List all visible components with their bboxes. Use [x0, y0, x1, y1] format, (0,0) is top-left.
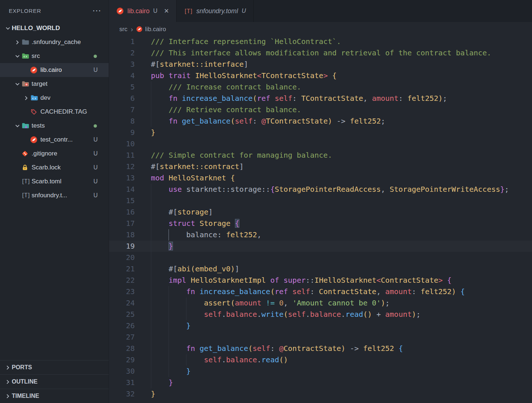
tree-item-lib-cairo[interactable]: lib.cairoU	[0, 63, 109, 77]
code-line[interactable]: 12#[starknet::contract]	[109, 161, 532, 172]
code-line[interactable]: 10	[109, 138, 532, 150]
close-icon[interactable]: ×	[164, 7, 169, 15]
line-number[interactable]: 17	[109, 218, 135, 229]
code-line-content: fn increase_balance(ref self: ContractSt…	[151, 286, 465, 297]
breadcrumb-folder[interactable]: src	[119, 26, 127, 33]
line-number[interactable]: 3	[109, 59, 135, 70]
line-number[interactable]: 4	[109, 70, 135, 81]
code-line[interactable]: 22 impl HelloStarknetImpl of super::IHel…	[109, 275, 532, 286]
code-line[interactable]: 31 }	[109, 377, 532, 388]
code-line[interactable]: 21 #[abi(embed_v0)]	[109, 263, 532, 275]
line-number[interactable]: 32	[109, 388, 135, 400]
explorer-header: EXPLORER ⋯	[0, 0, 109, 21]
line-number[interactable]: 15	[109, 195, 135, 206]
code-line[interactable]: 28 fn get_balance(self: @ContractState) …	[109, 343, 532, 354]
line-number[interactable]: 21	[109, 263, 135, 275]
line-number[interactable]: 9	[109, 127, 135, 138]
tree-item-src[interactable]: src	[0, 49, 109, 63]
line-number[interactable]: 11	[109, 150, 135, 161]
code-line[interactable]: 15	[109, 195, 532, 206]
code-line[interactable]: 5 /// Increase contract balance.	[109, 81, 532, 93]
code-line[interactable]: 24 assert(amount != 0, 'Amount cannot be…	[109, 297, 532, 309]
code-line[interactable]: 20	[109, 252, 532, 263]
code-line[interactable]: 13mod HelloStarknet {	[109, 172, 532, 184]
tree-item-test-contr[interactable]: test_contr...U	[0, 133, 109, 147]
item-label: .snfoundry_cache	[32, 39, 81, 46]
line-number[interactable]: 18	[109, 229, 135, 241]
code-line[interactable]: 7 /// Retrieve contract balance.	[109, 104, 532, 116]
code-line-content: }	[151, 366, 191, 377]
line-number[interactable]: 5	[109, 81, 135, 93]
line-number[interactable]: 24	[109, 297, 135, 309]
line-number[interactable]: 2	[109, 47, 135, 59]
line-number[interactable]: 1	[109, 36, 135, 47]
code-line[interactable]: 2/// This interface allows modification …	[109, 47, 532, 59]
line-number[interactable]: 13	[109, 172, 135, 184]
code-line[interactable]: 1/// Interface representing `HelloContra…	[109, 36, 532, 47]
code-line[interactable]: 32}	[109, 388, 532, 400]
tree-item-target[interactable]: target	[0, 77, 109, 91]
code-line[interactable]: 30 }	[109, 366, 532, 377]
code-line[interactable]: 9}	[109, 127, 532, 138]
line-number[interactable]: 29	[109, 354, 135, 366]
line-number[interactable]: 14	[109, 184, 135, 195]
modified-dot	[94, 55, 97, 58]
code-line-content: #[starknet::contract]	[151, 161, 244, 172]
chevron-down-icon[interactable]	[13, 53, 21, 59]
code-line[interactable]: 19 }	[109, 241, 532, 252]
panel-outline[interactable]: OUTLINE	[0, 374, 109, 389]
panel-timeline[interactable]: TIMELINE	[0, 389, 109, 403]
tree-item-tests[interactable]: tests	[0, 119, 109, 133]
chevron-right-icon[interactable]	[22, 95, 30, 101]
chevron-down-icon[interactable]	[13, 81, 21, 87]
line-number[interactable]: 25	[109, 309, 135, 320]
code-line[interactable]: 8 fn get_balance(self: @TContractState) …	[109, 116, 532, 127]
code-line[interactable]: 16 #[storage]	[109, 206, 532, 218]
code-line[interactable]: 27	[109, 331, 532, 343]
tab-snfoundry-toml[interactable]: [T]snfoundry.tomlU	[177, 0, 254, 22]
line-number[interactable]: 27	[109, 331, 135, 343]
code-line[interactable]: 4pub trait IHelloStarknet<TContractState…	[109, 70, 532, 81]
line-number[interactable]: 30	[109, 366, 135, 377]
tab-lib-cairo[interactable]: lib.cairoU×	[109, 0, 177, 22]
panel-ports[interactable]: PORTS	[0, 360, 109, 374]
line-number[interactable]: 22	[109, 275, 135, 286]
tree-item-gitignore[interactable]: .gitignoreU	[0, 147, 109, 161]
code-editor[interactable]: 1/// Interface representing `HelloContra…	[109, 36, 532, 403]
workspace-root-folder[interactable]: HELLO_WORLD	[0, 21, 109, 35]
tree-item-cachedir-tag[interactable]: CACHEDIR.TAG	[0, 105, 109, 119]
code-line[interactable]: 23 fn increase_balance(ref self: Contrac…	[109, 286, 532, 297]
code-line[interactable]: 14 use starknet::storage::{StoragePointe…	[109, 184, 532, 195]
line-number[interactable]: 10	[109, 138, 135, 150]
code-line[interactable]: 29 self.balance.read()	[109, 354, 532, 366]
breadcrumb-file[interactable]: lib.cairo	[145, 26, 166, 33]
line-number[interactable]: 23	[109, 286, 135, 297]
line-number[interactable]: 28	[109, 343, 135, 354]
line-number[interactable]: 8	[109, 116, 135, 127]
code-line-content: /// Simple contract for managing balance…	[151, 150, 332, 161]
tree-item-scarb-toml[interactable]: [T]Scarb.tomlU	[0, 175, 109, 188]
line-number[interactable]: 26	[109, 320, 135, 331]
code-line[interactable]: 25 self.balance.write(self.balance.read(…	[109, 309, 532, 320]
tree-item-snfoundry-t[interactable]: [T]snfoundry.t...U	[0, 188, 109, 202]
code-line[interactable]: 3#[starknet::interface]	[109, 59, 532, 70]
line-number[interactable]: 7	[109, 104, 135, 116]
folder-tests-icon	[21, 122, 32, 130]
code-line[interactable]: 17 struct Storage {	[109, 218, 532, 229]
chevron-right-icon[interactable]	[13, 39, 21, 45]
line-number[interactable]: 31	[109, 377, 135, 388]
tab-label: snfoundry.toml	[196, 7, 238, 15]
code-line[interactable]: 18 balance: felt252,	[109, 229, 532, 241]
tree-item-scarb-lock[interactable]: Scarb.lockU	[0, 161, 109, 175]
code-line[interactable]: 6 fn increase_balance(ref self: TContrac…	[109, 93, 532, 104]
chevron-down-icon[interactable]	[13, 123, 21, 129]
line-number[interactable]: 6	[109, 93, 135, 104]
line-number[interactable]: 19	[109, 241, 135, 252]
line-number[interactable]: 20	[109, 252, 135, 263]
tree-item-dev[interactable]: dev	[0, 91, 109, 105]
tree-item-snfoundry-cache[interactable]: .snfoundry_cache	[0, 35, 109, 49]
code-line[interactable]: 11/// Simple contract for managing balan…	[109, 150, 532, 161]
code-line[interactable]: 26 }	[109, 320, 532, 331]
line-number[interactable]: 12	[109, 161, 135, 172]
line-number[interactable]: 16	[109, 206, 135, 218]
